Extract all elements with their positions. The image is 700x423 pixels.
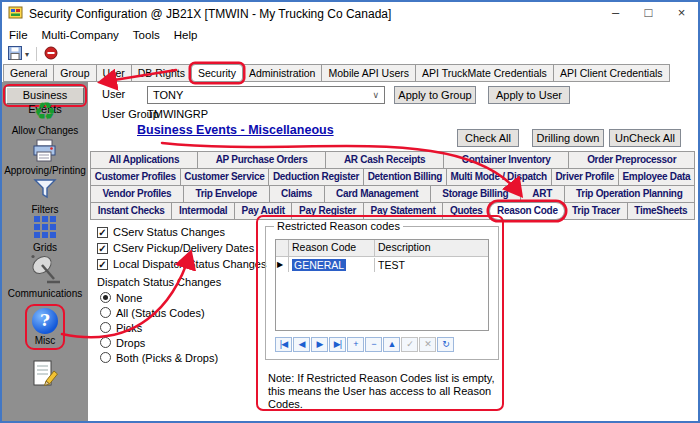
- subtab-quotes[interactable]: Quotes: [442, 202, 490, 220]
- nav-post-button[interactable]: ✓: [401, 337, 418, 352]
- radio-all-status-codes[interactable]: All (Status Codes): [100, 305, 218, 320]
- subtab-card-management[interactable]: Card Management: [324, 185, 431, 203]
- user-combobox[interactable]: TONY ∨: [147, 86, 385, 104]
- nav-prior-button[interactable]: ◀: [293, 337, 310, 352]
- tab-administration[interactable]: Administration: [242, 64, 323, 82]
- subtab-customer-service[interactable]: Customer Service: [180, 168, 270, 186]
- subtab-order-preprocessor[interactable]: Order Preprocessor: [568, 151, 695, 169]
- radio-circle[interactable]: [100, 322, 111, 333]
- nav-insert-button[interactable]: +: [347, 337, 364, 352]
- nav-cancel-button[interactable]: ✕: [419, 337, 436, 352]
- tab-db-rights[interactable]: DB Rights: [131, 64, 192, 82]
- nav-next-button[interactable]: ▶: [311, 337, 328, 352]
- checkbox-cserv-status-changes[interactable]: ✓CServ Status Changes: [97, 224, 266, 240]
- check-all-button[interactable]: Check All: [457, 129, 519, 147]
- subtab-intermodal[interactable]: Intermodal: [171, 202, 235, 220]
- radio-both-picks-drops[interactable]: Both (Picks & Drops): [100, 350, 218, 365]
- subtab-ap-purchase-orders[interactable]: AP Purchase Orders: [197, 151, 326, 169]
- sidebar-item-allow-changes[interactable]: ♻Allow Changes: [2, 98, 88, 136]
- checkbox-box[interactable]: ✓: [97, 243, 108, 254]
- subtab-claims[interactable]: Claims: [269, 185, 325, 203]
- subtab-row-3: Vendor ProfilesTrip EnvelopeClaimsCard M…: [91, 186, 695, 203]
- minimize-button[interactable]: –: [599, 2, 632, 25]
- apply-to-group-button[interactable]: Apply to Group: [394, 86, 476, 104]
- tab-api-truckmate-credentials[interactable]: API TruckMate Credentials: [415, 64, 554, 82]
- maximize-button[interactable]: □: [632, 2, 665, 25]
- nav-first-button[interactable]: |◀: [275, 337, 292, 352]
- subtab-vendor-profiles[interactable]: Vendor Profiles: [90, 185, 184, 203]
- nav-edit-button[interactable]: ▲: [383, 337, 400, 352]
- radio-label: Picks: [116, 322, 142, 334]
- subtab-detention-billing[interactable]: Detention Billing: [363, 168, 447, 186]
- nav-delete-button[interactable]: −: [365, 337, 382, 352]
- subtab-all-applications[interactable]: All Applications: [90, 151, 198, 169]
- radio-circle[interactable]: [100, 292, 111, 303]
- radio-none[interactable]: None: [100, 290, 218, 305]
- subtab-pay-statement[interactable]: Pay Statement: [363, 202, 443, 220]
- subtab-trip-tracer[interactable]: Trip Tracer: [564, 202, 627, 220]
- sidebar-item-communications[interactable]: Communications: [2, 253, 88, 299]
- subtab-customer-profiles[interactable]: Customer Profiles: [90, 168, 181, 186]
- subtab-trip-envelope[interactable]: Trip Envelope: [183, 185, 270, 203]
- sidebar-item-misc[interactable]: ?Misc: [32, 308, 58, 346]
- menu-item-file[interactable]: File: [2, 29, 35, 41]
- approving-printing-icon: [32, 139, 58, 164]
- radio-label: None: [116, 292, 142, 304]
- subtab-reason-code[interactable]: Reason Code: [489, 202, 565, 220]
- exit-icon[interactable]: [44, 46, 58, 62]
- radio-picks[interactable]: Picks: [100, 320, 218, 335]
- checkbox-box[interactable]: ✓: [97, 227, 108, 238]
- radio-circle[interactable]: [100, 307, 111, 318]
- subtab-employee-data[interactable]: Employee Data: [618, 168, 695, 186]
- tab-mobile-api-users[interactable]: Mobile API Users: [321, 64, 416, 82]
- dispatch-status-group-label: Dispatch Status Changes: [97, 276, 221, 288]
- subtab-trip-operation-planning[interactable]: Trip Operation Planning: [564, 185, 695, 203]
- checkbox-cserv-pickup-delivery-dates[interactable]: ✓CServ Pickup/Delivery Dates: [97, 240, 266, 256]
- subtab-multi-mode-dispatch[interactable]: Multi Mode / Dispatch: [446, 168, 552, 186]
- subtab-instant-checks[interactable]: Instant Checks: [90, 202, 172, 220]
- subtab-art[interactable]: ART: [520, 185, 565, 203]
- subtab-ar-cash-receipts[interactable]: AR Cash Receipts: [325, 151, 444, 169]
- subtab-pay-audit[interactable]: Pay Audit: [234, 202, 292, 220]
- uncheck-all-button[interactable]: UnCheck All: [609, 129, 681, 147]
- nav-last-button[interactable]: ▶|: [329, 337, 346, 352]
- tab-security[interactable]: Security: [191, 64, 243, 82]
- radio-circle[interactable]: [100, 352, 111, 363]
- radio-circle[interactable]: [100, 337, 111, 348]
- subtab-deduction-register[interactable]: Deduction Register: [268, 168, 364, 186]
- menu-item-help[interactable]: Help: [167, 29, 205, 41]
- window-title: Security Configuration @ JB21X [TMWIN - …: [29, 7, 599, 21]
- drilling-down-button[interactable]: Drilling down: [532, 129, 604, 147]
- app-icon: [8, 5, 23, 22]
- save-icon[interactable]: [8, 46, 22, 62]
- subtab-container-inventory[interactable]: Container Inventory: [443, 151, 569, 169]
- close-button[interactable]: ×: [665, 2, 698, 25]
- tab-user[interactable]: User: [96, 64, 132, 82]
- checkbox-box[interactable]: ✓: [97, 259, 108, 270]
- menu-item-multi-company[interactable]: Multi-Company: [35, 29, 126, 41]
- table-row[interactable]: ▶GENERALTEST: [276, 257, 488, 272]
- sidebar-item-filters[interactable]: Filters: [2, 177, 88, 215]
- menubar: FileMulti-CompanyToolsHelp: [2, 25, 698, 44]
- reason-codes-grid[interactable]: Reason CodeDescription ▶GENERALTEST: [275, 239, 489, 331]
- subtab-storage-billing[interactable]: Storage Billing: [430, 185, 521, 203]
- subtab-timesheets[interactable]: TimeSheets: [627, 202, 695, 220]
- sidebar-item-approving-printing[interactable]: Approving/Printing: [2, 139, 88, 176]
- apply-to-user-button[interactable]: Apply to User: [488, 86, 570, 104]
- radio-drops[interactable]: Drops: [100, 335, 218, 350]
- checkbox-label: CServ Status Changes: [113, 226, 225, 238]
- sidebar-item-partial[interactable]: [2, 360, 88, 392]
- chevron-down-icon[interactable]: ∨: [372, 90, 379, 100]
- radio-label: Drops: [116, 337, 145, 349]
- save-dropdown-icon[interactable]: ▾: [25, 50, 29, 59]
- tab-api-client-credentials[interactable]: API Client Credentials: [553, 64, 670, 82]
- tab-general[interactable]: General: [3, 64, 54, 82]
- nav-refresh-button[interactable]: ↻: [437, 337, 454, 352]
- sidebar-item-grids[interactable]: Grids: [2, 215, 88, 253]
- subtab-driver-profile[interactable]: Driver Profile: [551, 168, 619, 186]
- menu-item-tools[interactable]: Tools: [126, 29, 167, 41]
- tab-group[interactable]: Group: [53, 64, 96, 82]
- checkbox-local-dispatch-status-changes[interactable]: ✓Local Dispatch Status Changes: [97, 256, 266, 272]
- restricted-reason-codes-groupbox: Restricted Reason codes Reason CodeDescr…: [265, 226, 499, 360]
- subtab-pay-register[interactable]: Pay Register: [291, 202, 363, 220]
